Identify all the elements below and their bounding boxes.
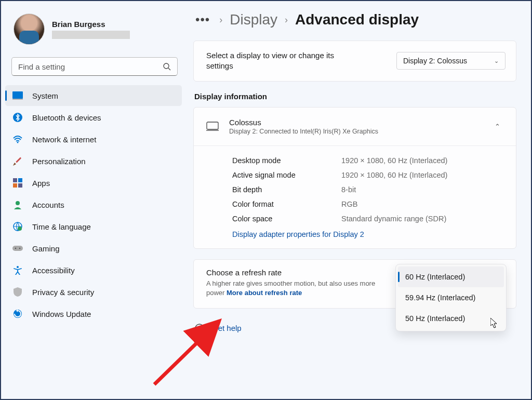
svg-rect-10 bbox=[18, 183, 22, 188]
time-language-icon bbox=[12, 221, 23, 232]
adapter-properties-link[interactable]: Display adapter properties for Display 2 bbox=[232, 226, 364, 238]
sidebar-item-label: Accessibility bbox=[32, 266, 75, 275]
breadcrumb-parent[interactable]: Display bbox=[230, 11, 277, 28]
svg-point-5 bbox=[17, 142, 19, 143]
svg-point-17 bbox=[17, 266, 19, 268]
sidebar-item-label: Personalization bbox=[32, 157, 86, 166]
sidebar-item-label: Accounts bbox=[32, 201, 64, 209]
sidebar-item-apps[interactable]: Apps bbox=[5, 172, 182, 193]
more-about-refresh-link[interactable]: More about refresh rate bbox=[227, 289, 302, 297]
sidebar-item-system[interactable]: System bbox=[5, 85, 182, 106]
sidebar-item-personalization[interactable]: Personalization bbox=[5, 151, 182, 171]
svg-point-13 bbox=[18, 226, 22, 231]
sidebar-item-label: Privacy & security bbox=[32, 288, 94, 297]
display-name: Colossus bbox=[229, 118, 484, 127]
sidebar-item-windows-update[interactable]: Windows Update bbox=[5, 303, 182, 324]
sidebar-item-label: Network & internet bbox=[32, 135, 96, 144]
refresh-rate-dropdown-list[interactable]: 60 Hz (Interlaced) 59.94 Hz (Interlaced)… bbox=[395, 264, 507, 331]
info-row: Desktop mode1920 × 1080, 60 Hz (Interlac… bbox=[232, 153, 503, 168]
chevron-up-icon: ⌃ bbox=[495, 123, 500, 130]
svg-point-11 bbox=[16, 201, 20, 205]
svg-rect-6 bbox=[16, 157, 21, 163]
search-input[interactable] bbox=[18, 62, 163, 71]
info-row: Color spaceStandard dynamic range (SDR) bbox=[232, 211, 503, 226]
select-display-label: Select a display to view or change its s… bbox=[206, 50, 362, 72]
sidebar: Brian Burgess System Bluetooth & devices bbox=[1, 1, 188, 399]
sidebar-item-accounts[interactable]: Accounts bbox=[5, 194, 182, 215]
avatar[interactable] bbox=[14, 14, 45, 45]
profile-block[interactable]: Brian Burgess bbox=[1, 7, 188, 52]
search-input-wrap[interactable] bbox=[11, 57, 178, 76]
chevron-right-icon: › bbox=[285, 15, 288, 25]
chevron-right-icon: › bbox=[219, 15, 222, 25]
display-selector-dropdown[interactable]: Display 2: Colossus ⌄ bbox=[396, 52, 506, 70]
nav: System Bluetooth & devices Network & int… bbox=[1, 85, 188, 324]
profile-name: Brian Burgess bbox=[52, 20, 176, 29]
sidebar-item-label: Bluetooth & devices bbox=[32, 113, 101, 122]
display-info-card: Colossus Display 2: Connected to Intel(R… bbox=[193, 107, 516, 249]
sidebar-item-label: Gaming bbox=[32, 244, 60, 253]
svg-rect-19 bbox=[207, 122, 218, 129]
chevron-down-icon: ⌄ bbox=[494, 58, 499, 64]
accessibility-icon bbox=[12, 265, 23, 275]
sidebar-item-network[interactable]: Network & internet bbox=[5, 129, 182, 150]
display-info-header[interactable]: Colossus Display 2: Connected to Intel(R… bbox=[194, 108, 516, 145]
svg-rect-2 bbox=[12, 91, 23, 99]
svg-rect-14 bbox=[12, 246, 23, 251]
svg-point-16 bbox=[19, 248, 21, 249]
sidebar-item-accessibility[interactable]: Accessibility bbox=[5, 260, 182, 281]
apps-icon bbox=[12, 178, 23, 188]
refresh-option[interactable]: 60 Hz (Interlaced) bbox=[398, 266, 504, 287]
svg-rect-9 bbox=[13, 183, 17, 188]
windows-update-icon bbox=[12, 309, 23, 319]
sidebar-item-privacy[interactable]: Privacy & security bbox=[5, 282, 182, 302]
info-row: Color formatRGB bbox=[232, 197, 503, 211]
sidebar-item-time-language[interactable]: Time & language bbox=[5, 216, 182, 237]
svg-text:?: ? bbox=[198, 326, 201, 331]
refresh-rate-card: Choose a refresh rate A higher rate give… bbox=[193, 259, 516, 309]
profile-email-redacted bbox=[52, 31, 130, 39]
svg-rect-7 bbox=[13, 178, 17, 182]
sidebar-item-label: Windows Update bbox=[32, 310, 91, 318]
section-header-display-info: Display information bbox=[194, 92, 516, 101]
bluetooth-icon bbox=[12, 112, 23, 123]
refresh-option[interactable]: 50 Hz (Interlaced) bbox=[398, 308, 504, 329]
get-help-link[interactable]: Get help bbox=[212, 324, 242, 332]
display-subtitle: Display 2: Connected to Intel(R) Iris(R)… bbox=[229, 128, 484, 135]
sidebar-item-label: Apps bbox=[32, 179, 50, 188]
display-info-body: Desktop mode1920 × 1080, 60 Hz (Interlac… bbox=[194, 145, 516, 248]
svg-point-0 bbox=[164, 63, 169, 69]
main-content: ••• › Display › Advanced display Select … bbox=[188, 1, 531, 399]
sidebar-item-label: Time & language bbox=[32, 222, 91, 231]
page-title: Advanced display bbox=[295, 11, 419, 28]
sidebar-item-gaming[interactable]: Gaming bbox=[5, 238, 182, 259]
gaming-icon bbox=[12, 243, 23, 254]
display-selector-value: Display 2: Colossus bbox=[403, 57, 467, 65]
svg-rect-8 bbox=[18, 178, 22, 182]
sidebar-item-bluetooth[interactable]: Bluetooth & devices bbox=[5, 107, 182, 128]
svg-point-15 bbox=[15, 248, 17, 249]
info-row: Bit depth8-bit bbox=[232, 182, 503, 197]
monitor-icon bbox=[206, 122, 219, 131]
network-icon bbox=[12, 134, 23, 144]
info-row: Active signal mode1920 × 1080, 60 Hz (In… bbox=[232, 168, 503, 182]
search-icon bbox=[163, 62, 171, 71]
breadcrumb: ••• › Display › Advanced display bbox=[193, 11, 516, 28]
system-icon bbox=[12, 90, 23, 101]
refresh-option[interactable]: 59.94 Hz (Interlaced) bbox=[398, 287, 504, 308]
sidebar-item-label: System bbox=[32, 91, 58, 100]
svg-rect-3 bbox=[12, 99, 23, 100]
accounts-icon bbox=[12, 199, 23, 210]
help-icon: ? bbox=[194, 323, 205, 334]
privacy-icon bbox=[12, 287, 23, 297]
breadcrumb-overflow-icon[interactable]: ••• bbox=[193, 12, 212, 27]
personalization-icon bbox=[12, 156, 23, 166]
refresh-rate-description: A higher rate gives smoother motion, but… bbox=[206, 279, 378, 298]
svg-line-1 bbox=[168, 68, 170, 70]
select-display-card: Select a display to view or change its s… bbox=[193, 41, 516, 82]
